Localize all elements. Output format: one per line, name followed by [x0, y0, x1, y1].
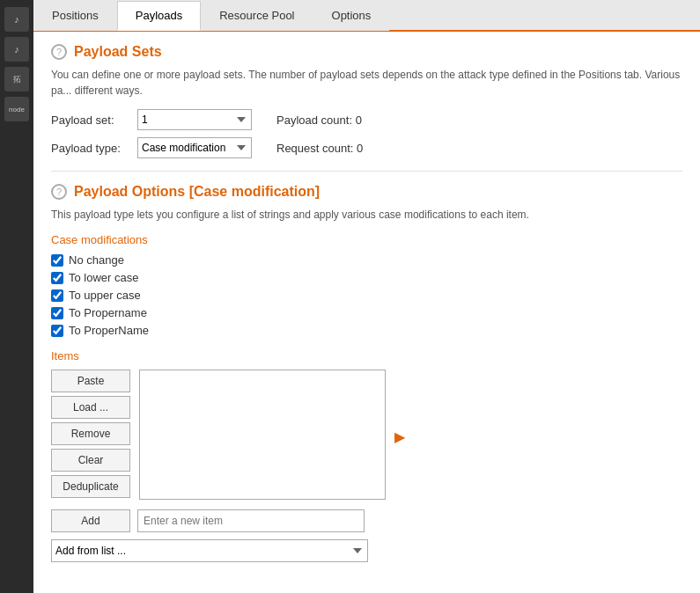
checkbox-to-lower: To lower case: [51, 271, 682, 284]
tab-options[interactable]: Options: [313, 1, 390, 31]
deduplicate-button[interactable]: Deduplicate: [51, 475, 130, 498]
payload-set-label: Payload set:: [51, 113, 130, 127]
items-list[interactable]: [139, 370, 386, 500]
load-button[interactable]: Load ...: [51, 396, 130, 419]
sidebar: ♪ ♪ 拓 node: [0, 0, 33, 593]
items-label: Items: [51, 349, 682, 362]
checkbox-to-propername: To Propername: [51, 306, 682, 319]
sidebar-icon-1[interactable]: ♪: [4, 7, 29, 32]
payload-type-label: Payload type:: [51, 142, 130, 155]
main-panel: Positions Payloads Resource Pool Options…: [33, 0, 700, 593]
add-from-list-select[interactable]: Add from list ...: [51, 539, 368, 562]
payload-sets-desc: You can define one or more payload sets.…: [51, 67, 682, 99]
checkbox-to-propername-input[interactable]: [51, 307, 63, 319]
add-from-list-row: Add from list ...: [51, 539, 682, 562]
items-buttons: Paste Load ... Remove Clear Deduplicate: [51, 370, 130, 498]
payload-options-header: ? Payload Options [Case modification]: [51, 184, 682, 200]
payload-set-select[interactable]: 1: [137, 109, 252, 130]
sidebar-icon-2[interactable]: ♪: [4, 37, 29, 62]
arrow-icon: ▶: [394, 428, 405, 444]
checkbox-to-upper-label: To upper case: [69, 289, 141, 302]
tab-bar: Positions Payloads Resource Pool Options: [33, 0, 700, 32]
checkbox-no-change-label: No change: [69, 253, 124, 267]
help-icon-payload-options[interactable]: ?: [51, 184, 67, 200]
add-input[interactable]: [137, 509, 365, 532]
checkbox-to-propername-label: To Propername: [69, 306, 147, 319]
tab-payloads[interactable]: Payloads: [117, 1, 201, 31]
case-modifications-label: Case modifications: [51, 233, 682, 246]
checkbox-to-propername2-input[interactable]: [51, 325, 63, 337]
content-area: ? Payload Sets You can define one or mor…: [33, 32, 700, 593]
clear-button[interactable]: Clear: [51, 449, 130, 472]
tab-positions[interactable]: Positions: [33, 1, 117, 31]
checkbox-no-change-input[interactable]: [51, 254, 63, 267]
request-count: Request count: 0: [276, 142, 363, 155]
add-row: Add: [51, 509, 682, 532]
checkbox-no-change: No change: [51, 253, 682, 267]
divider-1: [51, 171, 682, 172]
items-section: Items Paste Load ... Remove Clear Dedupl…: [51, 349, 682, 562]
add-button[interactable]: Add: [51, 509, 130, 532]
remove-button[interactable]: Remove: [51, 422, 130, 445]
checkbox-to-upper: To upper case: [51, 289, 682, 302]
payload-options-desc: This payload type lets you configure a l…: [51, 207, 682, 223]
checkbox-to-propername2-label: To ProperName: [69, 324, 149, 337]
items-list-container: ▶: [139, 370, 386, 502]
payload-type-row: Payload type: Case modification Request …: [51, 137, 682, 158]
checkbox-to-lower-input[interactable]: [51, 272, 63, 284]
checkbox-to-lower-label: To lower case: [69, 271, 138, 284]
help-icon-payload-sets[interactable]: ?: [51, 44, 67, 60]
items-layout: Paste Load ... Remove Clear Deduplicate …: [51, 370, 682, 502]
payload-sets-header: ? Payload Sets: [51, 44, 682, 60]
payload-options-title: Payload Options [Case modification]: [74, 184, 320, 200]
checkbox-to-propername2: To ProperName: [51, 324, 682, 337]
tab-resource-pool[interactable]: Resource Pool: [201, 1, 313, 31]
sidebar-icon-3[interactable]: 拓: [4, 67, 29, 92]
checkbox-to-upper-input[interactable]: [51, 289, 63, 302]
payload-set-row: Payload set: 1 Payload count: 0: [51, 109, 682, 130]
payload-sets-title: Payload Sets: [74, 44, 162, 60]
payload-count: Payload count: 0: [276, 113, 362, 127]
payload-type-select[interactable]: Case modification: [137, 137, 252, 158]
paste-button[interactable]: Paste: [51, 370, 130, 392]
sidebar-icon-4[interactable]: node: [4, 97, 29, 121]
